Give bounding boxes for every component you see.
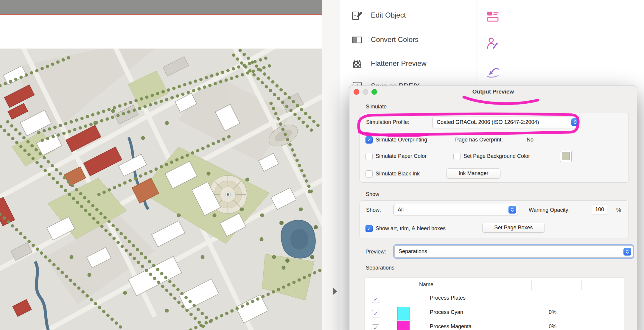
acrobat-window: Edit Object Convert Colors Flattener Pre… [0,0,644,330]
set-page-bg-color-label: Set Page Background Color [463,153,530,159]
show-section-label: Show [366,191,379,197]
row-name: Process Cyan [430,309,463,315]
dialog-title: Output Preview [349,88,637,95]
row-name: Process Magenta [430,323,472,330]
preview-dropdown[interactable]: Separations [394,245,633,258]
tool-label: Flattener Preview [371,59,427,68]
flattener-preview-icon [351,58,363,70]
tool-convert-colors[interactable]: Convert Colors [340,29,477,51]
warning-opacity-input[interactable] [592,205,607,214]
page-red-rule [0,14,322,15]
document-top-bar [0,0,322,14]
draw-pen-icon[interactable] [486,64,500,78]
stepper-icon [571,118,579,126]
panel-gutter [322,0,340,330]
row-checkbox[interactable] [372,296,379,303]
simulate-overprinting-checkbox[interactable] [365,136,373,144]
separations-table: Name Process Plates Process Cyan 0% Proc… [365,278,624,330]
simulate-section-label: Simulate [366,104,387,110]
show-value: All [398,207,404,213]
cyan-swatch [397,307,410,320]
edit-object-icon [351,10,363,21]
simulation-profile-label: Simulation Profile: [366,119,409,125]
tool-flattener-preview[interactable]: Flattener Preview [340,52,477,75]
form-layout-icon[interactable] [486,10,500,23]
tool-label: Edit Object [371,11,406,19]
tool-label: Convert Colors [371,35,419,44]
table-row[interactable]: Process Cyan 0% [365,306,624,320]
row-checkbox[interactable] [372,310,379,317]
simulate-paper-color-checkbox[interactable] [365,153,373,160]
row-checkbox[interactable] [372,324,379,330]
simulation-profile-dropdown[interactable]: Coated GRACoL 2006 (ISO 12647-2:2004) [433,116,581,128]
fill-and-sign-icon[interactable] [486,36,500,50]
warning-opacity-label: Warning Opacity: [529,207,570,213]
show-boxes-checkbox[interactable] [365,225,373,232]
stepper-icon [508,206,516,214]
simulate-paper-color-label: Simulate Paper Color [376,153,427,159]
page-has-overprint-label: Page has Overprint: [455,136,503,143]
simulate-black-ink-label: Simulate Black Ink [376,170,420,177]
campus-map-artwork [0,49,322,330]
table-row[interactable]: Process Plates [365,292,624,306]
show-boxes-label: Show art, trim, & bleed boxes [376,225,446,232]
tool-edit-object[interactable]: Edit Object [340,4,477,27]
set-page-bg-color-checkbox[interactable] [453,153,461,160]
convert-colors-icon [351,34,363,46]
name-column-header: Name [419,281,433,288]
show-label: Show: [366,207,381,213]
expand-panel-arrow-icon[interactable] [333,288,337,295]
simulation-profile-value: Coated GRACoL 2006 (ISO 12647-2:2004) [437,119,539,125]
show-dropdown[interactable]: All [393,204,518,215]
page-bg-color-swatch [562,152,570,160]
preview-label: Preview: [365,248,386,255]
page-bg-color-well[interactable] [560,151,572,162]
stepper-icon [623,248,631,256]
ink-manager-button[interactable]: Ink Manager [447,168,500,179]
separations-section-label: Separations [366,265,394,271]
row-value: 0% [549,323,556,330]
table-row[interactable]: Process Magenta 0% [365,320,624,330]
set-page-boxes-button[interactable]: Set Page Boxes [482,223,545,233]
document-canvas[interactable] [0,0,322,330]
page-has-overprint-value: No [527,136,533,143]
percent-sign: % [616,207,621,213]
row-name: Process Plates [430,295,466,301]
row-value: 0% [549,309,556,315]
separations-table-header: Name [365,278,624,292]
preview-value: Separations [399,248,427,255]
simulate-overprinting-label: Simulate Overprinting [376,136,427,143]
output-preview-dialog: Output Preview Simulate Simulation Profi… [349,85,637,330]
simulate-black-ink-checkbox[interactable] [365,170,373,178]
magenta-swatch [397,321,410,330]
dialog-titlebar[interactable]: Output Preview [349,85,637,98]
